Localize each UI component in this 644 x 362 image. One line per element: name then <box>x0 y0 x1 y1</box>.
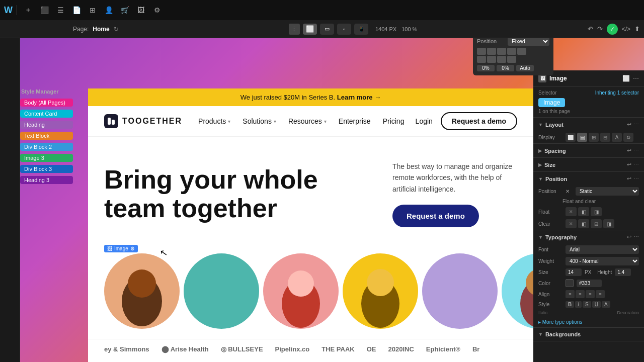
nav-login[interactable]: Login <box>416 117 433 125</box>
pos-auto-input[interactable] <box>516 65 534 71</box>
spacing-reset-icon[interactable]: ↩ <box>627 147 631 154</box>
float-left[interactable]: ◧ <box>578 207 589 216</box>
style-tag-text-block[interactable]: Text Block <box>20 132 73 140</box>
rp-more-icon[interactable]: ⋯ <box>633 75 639 82</box>
nav-pricing[interactable]: Pricing <box>383 117 405 125</box>
typography-reset-icon[interactable]: ↩ <box>627 234 631 240</box>
align-center[interactable]: ≡ <box>576 290 585 298</box>
style-tag-image-3[interactable]: Image 3 <box>20 154 73 162</box>
rp-copy-icon[interactable]: ⬜ <box>622 75 630 82</box>
style-tag-div-block-2[interactable]: Div Block 2 <box>20 143 73 151</box>
webflow-logo[interactable]: W <box>4 5 13 16</box>
size-section-header[interactable]: ▶ Size ↩ ⋯ <box>533 158 644 171</box>
color-swatch[interactable] <box>566 279 574 287</box>
pos-tl[interactable] <box>477 48 486 55</box>
display-grid[interactable]: ⊞ <box>589 133 599 142</box>
align-justify[interactable]: ≡ <box>596 290 605 298</box>
size-reset-icon[interactable]: ↩ <box>627 161 631 168</box>
pos-tc[interactable] <box>487 48 496 55</box>
redo-icon[interactable]: ↷ <box>597 25 603 33</box>
clear-both[interactable]: ⊟ <box>591 219 602 228</box>
position-reset-icon[interactable]: ↩ <box>627 175 631 182</box>
nav-resources[interactable]: Resources▾ <box>288 117 327 125</box>
layout-section-header[interactable]: ▼ Layout ↩ ⋯ <box>533 118 644 131</box>
clear-none[interactable]: ✕ <box>566 219 577 228</box>
nav-icon[interactable]: ☰ <box>53 3 67 17</box>
pos-ml[interactable] <box>507 48 516 55</box>
pos-y-input[interactable] <box>497 65 514 71</box>
weight-select[interactable]: 400 - Normal <box>566 257 639 265</box>
position-section-header[interactable]: ▼ Position ↩ ⋯ <box>533 172 644 186</box>
cms-icon[interactable]: ⊞ <box>86 3 100 17</box>
style-tag-div-block-3[interactable]: Div Block 3 <box>20 165 73 173</box>
layout-more-icon[interactable]: ⋯ <box>633 121 639 128</box>
publish-button[interactable]: ✓ <box>607 24 618 35</box>
display-text[interactable]: A <box>612 133 622 142</box>
nav-solutions[interactable]: Solutions▾ <box>243 117 276 125</box>
tablet-viewport[interactable]: ▭ <box>320 24 334 35</box>
underline-btn[interactable]: U <box>592 301 601 308</box>
float-right[interactable]: ◨ <box>591 207 602 216</box>
settings-icon[interactable]: ⚙ <box>150 3 164 17</box>
more-type-options[interactable]: ▸ More type options <box>533 317 644 327</box>
layout-reset-icon[interactable]: ↩ <box>627 121 631 128</box>
hero-cta-button[interactable]: Request a demo <box>392 205 479 227</box>
nav-cta-button[interactable]: Request a demo <box>441 112 517 130</box>
display-flex[interactable]: ▤ <box>577 133 587 142</box>
pages-icon[interactable]: 📄 <box>69 3 84 17</box>
refresh-icon[interactable]: ↻ <box>114 26 119 33</box>
clear-right[interactable]: ◨ <box>603 219 614 228</box>
backgrounds-section-header[interactable]: ▼ Backgrounds <box>533 328 644 341</box>
pos-x-input[interactable] <box>477 65 495 71</box>
typography-section-header[interactable]: ▼ Typography ↩ ⋯ <box>533 230 644 244</box>
display-block[interactable]: ⬜ <box>566 133 576 142</box>
nav-products[interactable]: Products▾ <box>198 117 230 125</box>
pos-mr[interactable] <box>477 56 486 63</box>
clear-left[interactable]: ◧ <box>578 219 589 228</box>
position-more-icon[interactable]: ⋯ <box>633 175 639 182</box>
code-icon[interactable]: </> <box>622 26 630 33</box>
add-icon[interactable]: ＋ <box>21 3 35 17</box>
style-tag-heading[interactable]: Heading <box>20 121 73 129</box>
typography-more-icon[interactable]: ⋯ <box>633 234 639 240</box>
style-tag-heading-3[interactable]: Heading 3 <box>20 176 73 184</box>
bold-btn[interactable]: B <box>566 301 574 308</box>
align-left[interactable]: ≡ <box>566 290 575 298</box>
display-none[interactable]: ⊟ <box>600 133 610 142</box>
tablet-small-viewport[interactable]: ▫ <box>337 24 351 35</box>
pos-mc[interactable] <box>517 48 526 55</box>
share-icon[interactable]: ⬆ <box>634 25 640 33</box>
selector-tag[interactable]: Image <box>538 98 639 107</box>
style-tag-body[interactable]: Body (All Pages) <box>20 99 73 107</box>
style-tag-content-card[interactable]: Content Card <box>20 110 73 118</box>
mobile-viewport[interactable]: 📱 <box>354 24 368 35</box>
users-icon[interactable]: 👤 <box>102 3 116 17</box>
pos-bc[interactable] <box>497 56 506 63</box>
size-more-icon[interactable]: ⋯ <box>633 161 639 168</box>
pos-br[interactable] <box>507 56 516 63</box>
caps-btn[interactable]: A <box>602 301 610 308</box>
more-options-icon[interactable]: ⋮ <box>289 24 300 35</box>
italic-btn[interactable]: I <box>575 301 582 308</box>
undo-icon[interactable]: ↶ <box>588 25 593 33</box>
float-none[interactable]: ✕ <box>566 207 577 216</box>
nav-enterprise[interactable]: Enterprise <box>339 117 371 125</box>
pos-tr[interactable] <box>497 48 506 55</box>
ecomm-icon[interactable]: 🛒 <box>118 3 132 17</box>
spacing-section-header[interactable]: ▶ Spacing ↩ ⋯ <box>533 144 644 157</box>
font-select[interactable]: Arial <box>566 245 639 254</box>
size-input[interactable] <box>566 268 582 276</box>
strikethrough-btn[interactable]: S <box>583 301 591 308</box>
image-settings-icon[interactable]: ⚙ <box>130 246 135 251</box>
layers-icon[interactable]: ⬛ <box>37 3 51 17</box>
height-input[interactable] <box>615 268 631 276</box>
learn-more-link[interactable]: Learn more → <box>337 94 381 101</box>
assets-icon[interactable]: 🖼 <box>134 3 148 17</box>
position-select[interactable]: Static Fixed Absolute Relative Sticky <box>576 187 639 196</box>
pos-bl[interactable] <box>487 56 496 63</box>
desktop-viewport[interactable]: ⬜ <box>303 24 317 35</box>
color-input[interactable] <box>577 280 602 287</box>
spacing-more-icon[interactable]: ⋯ <box>633 147 639 154</box>
display-more[interactable]: ↻ <box>623 133 633 142</box>
align-right[interactable]: ≡ <box>586 290 595 298</box>
